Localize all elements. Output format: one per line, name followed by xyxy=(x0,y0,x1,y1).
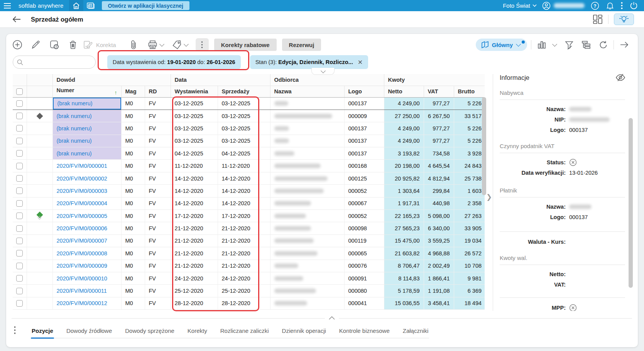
view-selector-glowny[interactable]: Główny xyxy=(476,39,527,51)
row-checkbox[interactable] xyxy=(16,163,23,169)
cell-numer[interactable]: 2020/FV/M0/000008 xyxy=(52,247,121,260)
column-header-mag[interactable]: Mag xyxy=(121,86,145,97)
table-row[interactable]: 2020/FV/M0/000009M0FV21-12-202021-12-202… xyxy=(13,260,485,272)
table-row[interactable]: 2020/FV/M0/000007M0FV21-12-202021-12-202… xyxy=(13,235,485,247)
hierarchy-button[interactable] xyxy=(580,38,593,51)
details-button[interactable] xyxy=(48,38,61,51)
cell-numer[interactable]: 2020/FV/M0/000011 xyxy=(52,285,121,297)
row-checkbox[interactable] xyxy=(16,250,23,256)
table-row[interactable]: (brak numeru)M0FV03-12-202503-12-2025000… xyxy=(13,110,485,122)
column-header-nazwa[interactable]: Nazwa xyxy=(270,86,344,97)
cell-numer[interactable]: 2020/FV/M0/000003 xyxy=(52,185,121,197)
cell-numer[interactable]: 2020/FV/M0/000012 xyxy=(52,297,121,309)
bottom-tab-pozycje[interactable]: Pozycje xyxy=(31,324,54,338)
row-checkbox[interactable] xyxy=(16,213,23,219)
bottom-tab-kontrole-biznesowe[interactable]: Kontrole biznesowe xyxy=(338,324,390,338)
collapse-filters-pill[interactable] xyxy=(311,68,335,75)
row-checkbox[interactable] xyxy=(16,187,23,194)
hamburger-menu-icon[interactable] xyxy=(0,0,15,11)
state-filter-chip[interactable]: Stan (3): Edycja, Dziennik, Rozliczo... … xyxy=(250,55,368,69)
column-header-vat[interactable]: VAT xyxy=(424,86,454,97)
cell-numer[interactable]: (brak numeru) xyxy=(52,147,121,160)
row-checkbox[interactable] xyxy=(16,138,23,144)
cell-numer[interactable]: 2020/FV/M0/000009 xyxy=(52,260,121,272)
column-header-logo[interactable]: Logo xyxy=(344,86,384,97)
cell-numer[interactable]: 2020/FV/M0/000006 xyxy=(52,222,121,235)
bottom-tab-załączniki[interactable]: Załączniki xyxy=(402,324,429,338)
tag-chevron-icon[interactable] xyxy=(184,42,189,47)
dashboard-layout-icon[interactable] xyxy=(593,14,603,24)
eye-off-icon[interactable] xyxy=(615,74,625,82)
table-row[interactable]: 2020/FV/M0/000006M0FV21-12-202021-12-202… xyxy=(13,222,485,235)
open-in-classic-app-button[interactable]: Otwórz w aplikacji klasycznej xyxy=(102,1,189,10)
rezerwuj-button[interactable]: Rezerwuj xyxy=(282,39,321,51)
cell-numer[interactable]: (brak numeru) xyxy=(52,122,121,135)
table-row[interactable]: 2020/FV/M0/000008M0FV21-12-202021-12-202… xyxy=(13,247,485,260)
table-row[interactable]: (brak numeru)M0FV03-12-202503-12-2025000… xyxy=(13,122,485,135)
column-header-brutto[interactable]: Brutto xyxy=(454,86,485,97)
column-header-wystawienia[interactable]: Wystawienia xyxy=(171,86,218,97)
row-checkbox[interactable] xyxy=(16,125,23,132)
row-checkbox[interactable] xyxy=(16,100,23,107)
korekty-rabatowe-button[interactable]: Korekty rabatowe xyxy=(214,39,277,51)
column-header-netto[interactable]: Netto xyxy=(384,86,424,97)
chart-button[interactable] xyxy=(535,38,548,51)
cell-numer[interactable]: 2020/FV/M0/000002 xyxy=(52,172,121,184)
row-checkbox[interactable] xyxy=(16,150,23,157)
table-row[interactable]: 2020/FV/M0/000004M0FV14-12-202014-12-202… xyxy=(13,197,485,209)
toolbar-more-button[interactable] xyxy=(196,38,209,51)
search-input[interactable] xyxy=(25,59,95,65)
collapse-bottom-chevron[interactable] xyxy=(325,315,339,321)
cell-numer[interactable]: 2020/FV/M0/000001 xyxy=(52,160,121,172)
notifications-bell-icon[interactable] xyxy=(605,0,615,11)
row-checkbox[interactable] xyxy=(16,175,23,182)
print-button[interactable] xyxy=(146,38,159,51)
panel-scrollbar[interactable] xyxy=(629,118,633,288)
cell-numer[interactable]: 2020/FV/M0/000010 xyxy=(52,272,121,284)
state-chip-close-icon[interactable]: ✕ xyxy=(358,59,363,66)
cell-numer[interactable]: (brak numeru) xyxy=(52,135,121,147)
row-checkbox[interactable] xyxy=(16,300,23,307)
row-checkbox[interactable] xyxy=(16,263,23,269)
cell-numer[interactable]: (brak numeru) xyxy=(52,97,121,110)
cell-numer[interactable]: (brak numeru) xyxy=(52,110,121,122)
column-header-numer[interactable]: Numer↑ xyxy=(52,86,121,97)
table-row[interactable]: 2020/FV/M0/000003M0FV14-12-202014-12-202… xyxy=(13,185,485,197)
panel-expand-chevron[interactable]: ❯ xyxy=(486,193,492,201)
home-button[interactable] xyxy=(69,0,83,11)
cell-numer[interactable]: 2020/FV/M0/000005 xyxy=(52,210,121,222)
search-box[interactable] xyxy=(13,56,96,69)
delete-button[interactable] xyxy=(66,38,79,51)
clear-filter-button[interactable] xyxy=(563,38,576,51)
add-button[interactable] xyxy=(11,38,24,51)
bottom-tab-dziennik-operacji[interactable]: Dziennik operacji xyxy=(281,324,327,338)
table-row[interactable]: 2020/FV/M0/000005M0FV17-12-202017-12-202… xyxy=(13,210,485,222)
idea-lightbulb-button[interactable] xyxy=(614,14,634,25)
row-checkbox[interactable] xyxy=(16,200,23,207)
table-row[interactable]: 2020/FV/M0/000002M0FV14-12-202014-12-202… xyxy=(13,172,485,184)
edit-button[interactable] xyxy=(29,38,42,51)
help-icon[interactable]: ? xyxy=(590,0,600,11)
bottom-tab-rozliczane-zaliczki[interactable]: Rozliczane zaliczki xyxy=(220,324,270,338)
bottom-more-icon[interactable] xyxy=(14,326,16,334)
company-selector[interactable]: Foto Świat xyxy=(503,2,537,9)
table-row[interactable]: 2020/FV/M0/000001M0FV11-12-202011-12-202… xyxy=(13,160,485,172)
korekta-button[interactable]: Korekta xyxy=(83,40,116,49)
row-checkbox[interactable] xyxy=(16,275,23,282)
attachment-button[interactable] xyxy=(127,38,140,51)
chart-chevron-icon[interactable] xyxy=(552,42,557,47)
table-row[interactable]: (brak numeru)M0FV04-12-202504-12-2025000… xyxy=(13,147,485,160)
row-checkbox[interactable] xyxy=(16,113,23,119)
row-checkbox[interactable] xyxy=(16,238,23,244)
bottom-tab-dowody-sprzężone[interactable]: Dowody sprzężone xyxy=(124,324,175,338)
table-scrollbar[interactable] xyxy=(482,97,486,195)
bottom-tab-dowody-źródłowe[interactable]: Dowody źródłowe xyxy=(66,324,113,338)
select-all-checkbox[interactable] xyxy=(16,88,23,95)
table-row[interactable]: 2020/FV/M0/000012M0FV28-12-202028-12-202… xyxy=(13,297,485,309)
user-menu[interactable] xyxy=(542,2,585,10)
cell-numer[interactable]: 2020/FV/M0/000007 xyxy=(52,235,121,247)
column-header-sprzedazy[interactable]: Sprzedaży xyxy=(218,86,270,97)
news-icon[interactable] xyxy=(83,0,98,11)
bottom-tab-korekty[interactable]: Korekty xyxy=(187,324,208,338)
refresh-button[interactable] xyxy=(597,38,610,51)
